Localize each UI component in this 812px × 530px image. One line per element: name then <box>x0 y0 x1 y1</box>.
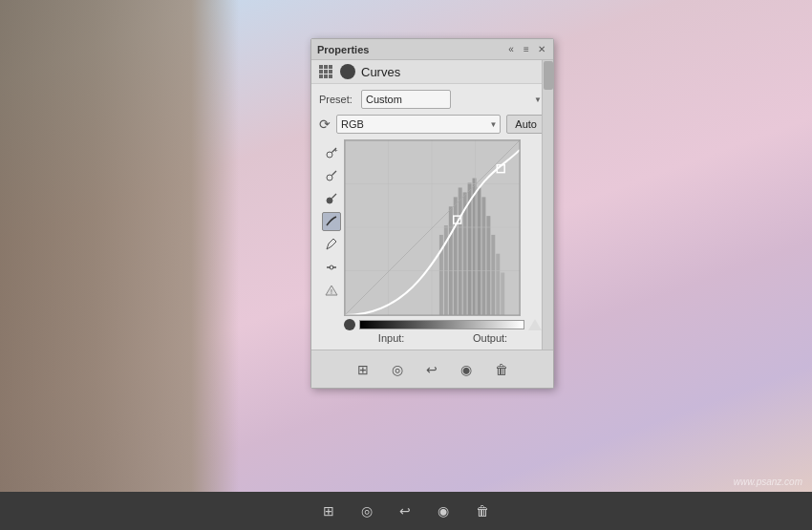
svg-point-5 <box>327 198 332 203</box>
svg-text:!: ! <box>331 288 332 295</box>
channel-row: ⟳ RGB Red Green Blue Auto <box>319 115 545 134</box>
svg-rect-17 <box>459 187 462 315</box>
preset-label: Preset: <box>319 94 355 105</box>
output-label: Output: <box>473 332 507 344</box>
curves-graph-area: Input: Output: <box>344 139 542 344</box>
delete-button[interactable]: 🗑 <box>491 360 512 379</box>
svg-point-3 <box>327 175 332 180</box>
svg-rect-23 <box>486 216 490 315</box>
pencil-draw-tool[interactable] <box>322 235 341 254</box>
mask-icon[interactable] <box>340 64 355 79</box>
svg-rect-26 <box>501 272 504 315</box>
channel-icon: ⟳ <box>319 117 331 132</box>
svg-rect-21 <box>477 187 481 315</box>
grid-icon[interactable] <box>319 65 334 78</box>
properties-panel: Properties « ≡ ✕ Curves Preset: Custom D… <box>310 38 554 389</box>
black-point-indicator[interactable] <box>344 319 355 330</box>
svg-rect-16 <box>454 197 458 315</box>
svg-point-0 <box>327 152 332 158</box>
watermark: www.psanz.com <box>734 477 802 487</box>
delete-taskbar-button[interactable]: 🗑 <box>470 499 495 522</box>
channel-select[interactable]: RGB Red Green Blue <box>336 115 501 134</box>
tower-silhouette <box>0 0 239 530</box>
svg-line-6 <box>332 194 337 199</box>
eye-button[interactable]: ◎ <box>388 360 407 379</box>
warning-icon[interactable]: ! <box>322 281 341 300</box>
output-gradient-bar <box>359 320 524 329</box>
panel-bottom-bar: ⊞ ◎ ↩ ◉ 🗑 <box>311 350 553 388</box>
graph-container[interactable] <box>344 139 521 316</box>
preset-select-wrapper: Custom Default Strong Contrast Linear Co… <box>361 90 545 109</box>
eyedropper-add-tool[interactable]: + <box>322 143 341 162</box>
svg-rect-22 <box>481 197 485 315</box>
white-point-indicator[interactable] <box>528 319 542 330</box>
panel-close-button[interactable]: ✕ <box>536 44 547 54</box>
panel-scrollbar[interactable] <box>542 60 553 350</box>
svg-rect-24 <box>491 235 495 315</box>
panel-controls: « ≡ ✕ <box>505 44 547 54</box>
input-label: Input: <box>378 332 405 344</box>
panel-title: Properties <box>317 44 369 55</box>
link-layers-button[interactable]: ⊞ <box>353 360 373 379</box>
curves-title: Curves <box>361 65 400 79</box>
tools-graph-area: + <box>319 139 545 344</box>
auto-button[interactable]: Auto <box>506 115 545 134</box>
svg-line-4 <box>332 171 337 176</box>
panel-toolbar: Curves <box>311 60 553 84</box>
visibility-taskbar-button[interactable]: ◉ <box>432 499 455 522</box>
eye-taskbar-button[interactable]: ◎ <box>355 499 378 522</box>
tools-column: + <box>319 139 344 344</box>
curves-svg <box>345 140 520 315</box>
eyedropper-sample-tool[interactable] <box>322 166 341 185</box>
gradient-bar-row <box>344 319 542 330</box>
undo-button[interactable]: ↩ <box>422 360 441 379</box>
svg-rect-20 <box>473 179 477 315</box>
panel-menu-button[interactable]: ≡ <box>521 44 532 54</box>
svg-text:+: + <box>333 146 338 155</box>
input-output-row: Input: Output: <box>344 332 542 344</box>
preset-row: Preset: Custom Default Strong Contrast L… <box>319 90 545 109</box>
panel-collapse-button[interactable]: « <box>505 44 517 54</box>
preset-select[interactable]: Custom Default Strong Contrast Linear Co… <box>361 90 451 109</box>
curve-edit-tool[interactable] <box>322 212 341 231</box>
scrollbar-thumb[interactable] <box>544 61 553 90</box>
smooth-tool[interactable] <box>322 258 341 277</box>
svg-rect-15 <box>449 206 453 315</box>
undo-taskbar-button[interactable]: ↩ <box>394 499 417 522</box>
svg-rect-25 <box>496 254 500 315</box>
eyedropper-black-tool[interactable] <box>322 189 341 208</box>
channel-select-wrapper: RGB Red Green Blue <box>336 115 501 134</box>
panel-body: Preset: Custom Default Strong Contrast L… <box>311 84 553 350</box>
visibility-button[interactable]: ◉ <box>457 360 476 379</box>
link-layers-taskbar-button[interactable]: ⊞ <box>317 499 340 522</box>
taskbar: ⊞ ◎ ↩ ◉ 🗑 <box>0 492 812 530</box>
panel-title-bar: Properties « ≡ ✕ <box>311 39 553 60</box>
